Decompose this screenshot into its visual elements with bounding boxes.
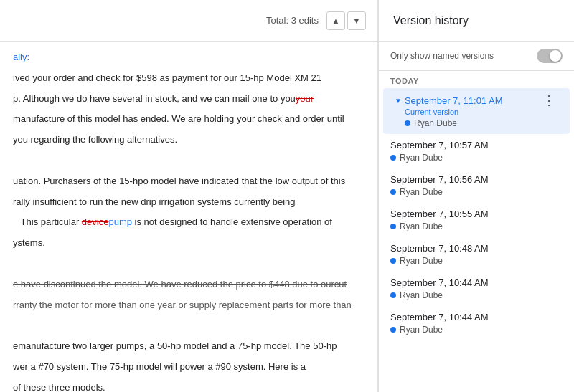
doc-line-1: ally: bbox=[13, 50, 364, 65]
version-item-3-time: September 7, 10:56 AM bbox=[390, 174, 489, 185]
version-item-6[interactable]: September 7, 10:44 AM Ryan Dube bbox=[379, 272, 574, 306]
doc-line-11: rranty the motor for more than one year … bbox=[13, 298, 364, 313]
doc-line-13: wer a #70 system. The 75-hp model will p… bbox=[13, 360, 364, 375]
version-user-name-6: Ryan Dube bbox=[400, 290, 443, 300]
user-dot-7 bbox=[390, 327, 396, 333]
doc-line-blank3 bbox=[13, 318, 364, 333]
version-item-1-header: ▼ September 7, 11:01 AM ⋮ bbox=[395, 94, 558, 107]
version-more-button-1[interactable]: ⋮ bbox=[540, 94, 558, 107]
version-item-3-header: September 7, 10:56 AM bbox=[390, 174, 563, 185]
version-item-5-time: September 7, 10:48 AM bbox=[390, 243, 489, 254]
nav-down-button[interactable]: ▼ bbox=[347, 11, 366, 30]
version-user-4: Ryan Dube bbox=[390, 221, 563, 231]
doc-line-2: ived your order and check for $598 as pa… bbox=[13, 71, 364, 86]
doc-line-14: of these three models. bbox=[13, 381, 364, 392]
version-list: TODAY ▼ September 7, 11:01 AM ⋮ Current … bbox=[379, 71, 574, 392]
named-versions-toggle[interactable] bbox=[537, 49, 563, 63]
doc-line-12: emanufacture two larger pumps, a 50-hp m… bbox=[13, 339, 364, 354]
version-item-4-header: September 7, 10:55 AM bbox=[390, 209, 563, 219]
version-item-3[interactable]: September 7, 10:56 AM Ryan Dube bbox=[379, 168, 574, 203]
version-item-2-time: September 7, 10:57 AM bbox=[390, 140, 489, 150]
version-item-2[interactable]: September 7, 10:57 AM Ryan Dube bbox=[379, 134, 574, 168]
user-dot-4 bbox=[390, 224, 396, 229]
doc-line-blank2 bbox=[13, 257, 364, 272]
doc-line-8: This particular devicepump is not design… bbox=[13, 215, 364, 230]
version-item-1[interactable]: ▼ September 7, 11:01 AM ⋮ Current versio… bbox=[383, 88, 570, 134]
version-user-6: Ryan Dube bbox=[390, 290, 563, 300]
version-user-7: Ryan Dube bbox=[390, 325, 563, 335]
user-dot-2 bbox=[390, 155, 396, 161]
doc-toolbar: Total: 3 edits ▲ ▼ bbox=[0, 0, 377, 42]
version-user-3: Ryan Dube bbox=[390, 187, 563, 197]
nav-up-button[interactable]: ▲ bbox=[326, 11, 345, 30]
version-item-6-time: September 7, 10:44 AM bbox=[390, 277, 489, 288]
doc-line-5: you regarding the following alternatives… bbox=[13, 133, 364, 148]
version-user-1: Ryan Dube bbox=[405, 118, 558, 128]
version-user-name-4: Ryan Dube bbox=[400, 221, 443, 231]
version-user-name-5: Ryan Dube bbox=[400, 256, 443, 266]
version-item-2-header: September 7, 10:57 AM bbox=[390, 140, 563, 150]
panel-filter: Only show named versions bbox=[379, 42, 574, 71]
version-history-panel: Version history Only show named versions… bbox=[378, 0, 574, 392]
chevron-down-icon: ▼ bbox=[395, 97, 402, 105]
version-current-label: Current version bbox=[405, 107, 558, 116]
document-content: ally: ived your order and check for $598… bbox=[0, 42, 377, 392]
user-dot-3 bbox=[390, 189, 396, 195]
filter-label: Only show named versions bbox=[390, 51, 494, 61]
version-item-6-header: September 7, 10:44 AM bbox=[390, 277, 563, 288]
section-date-today: TODAY bbox=[379, 71, 574, 88]
version-user-name-1: Ryan Dube bbox=[414, 118, 457, 128]
version-item-5[interactable]: September 7, 10:48 AM Ryan Dube bbox=[379, 237, 574, 272]
version-item-7-time: September 7, 10:44 AM bbox=[390, 312, 489, 322]
doc-line-6: uation. Purchasers of the 15-hpo model h… bbox=[13, 174, 364, 189]
document-area: Total: 3 edits ▲ ▼ ally: ived your order… bbox=[0, 0, 378, 392]
version-user-name-3: Ryan Dube bbox=[400, 187, 443, 197]
version-user-5: Ryan Dube bbox=[390, 256, 563, 266]
version-item-4-time: September 7, 10:55 AM bbox=[390, 209, 489, 219]
version-item-4[interactable]: September 7, 10:55 AM Ryan Dube bbox=[379, 203, 574, 237]
version-item-7-header: September 7, 10:44 AM bbox=[390, 312, 563, 322]
user-dot-1 bbox=[405, 120, 410, 126]
doc-line-9: ystems. bbox=[13, 236, 364, 251]
user-dot-5 bbox=[390, 258, 396, 264]
panel-header: Version history bbox=[379, 0, 574, 42]
total-edits-label: Total: 3 edits bbox=[266, 15, 319, 26]
doc-line-10: e have discontinued the model. We have r… bbox=[13, 277, 364, 292]
doc-line-blank1 bbox=[13, 153, 364, 168]
version-item-7[interactable]: September 7, 10:44 AM Ryan Dube bbox=[379, 306, 574, 340]
version-item-5-header: September 7, 10:48 AM bbox=[390, 243, 563, 254]
version-user-2: Ryan Dube bbox=[390, 153, 563, 163]
version-item-1-time: ▼ September 7, 11:01 AM bbox=[395, 95, 503, 106]
panel-title: Version history bbox=[393, 14, 469, 27]
doc-line-4: manufacture of this model has ended. We … bbox=[13, 112, 364, 127]
doc-line-7: rally insufficient to run the new drip i… bbox=[13, 195, 364, 210]
user-dot-6 bbox=[390, 292, 396, 298]
version-user-name-2: Ryan Dube bbox=[400, 153, 443, 163]
version-user-name-7: Ryan Dube bbox=[400, 325, 443, 335]
doc-line-3: p. Although we do have several in stock,… bbox=[13, 92, 364, 107]
